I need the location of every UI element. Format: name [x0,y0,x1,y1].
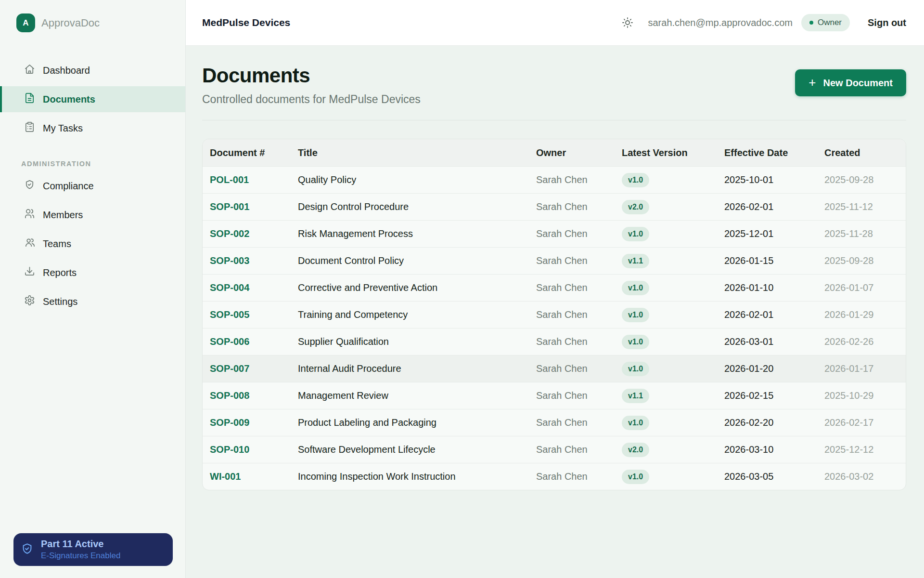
document-link[interactable]: SOP-002 [210,228,249,239]
role-badge: Owner [801,14,850,31]
brand-logo: A [16,13,35,32]
sidebar-item-documents[interactable]: Documents [0,86,185,112]
document-link[interactable]: SOP-004 [210,282,249,293]
table-row[interactable]: SOP-003 Document Control Policy Sarah Ch… [203,247,906,274]
home-icon [24,64,35,77]
version-badge: v1.0 [622,335,649,349]
document-icon [24,92,35,106]
table-row[interactable]: WI-001 Incoming Inspection Work Instruct… [203,463,906,490]
sidebar-nav: Dashboard Documents My Tasks [0,57,185,141]
sidebar-item-reports[interactable]: Reports [0,260,185,286]
version-badge: v1.0 [622,308,649,322]
shield-check-icon [24,179,35,193]
document-link[interactable]: SOP-005 [210,309,249,320]
document-link[interactable]: SOP-010 [210,444,249,455]
table-row[interactable]: SOP-010 Software Development Lifecycle S… [203,436,906,463]
version-badge: v2.0 [622,200,649,214]
document-link[interactable]: SOP-007 [210,363,249,374]
sidebar-item-label: Reports [43,267,77,278]
sidebar-item-label: Settings [43,296,77,307]
table-row[interactable]: SOP-002 Risk Management Process Sarah Ch… [203,220,906,247]
table-row[interactable]: SOP-006 Supplier Qualification Sarah Che… [203,328,906,355]
sidebar-item-members[interactable]: Members [0,202,185,228]
new-document-button[interactable]: + New Document [795,69,906,96]
table-row[interactable]: POL-001 Quality Policy Sarah Chen v1.0 2… [203,166,906,193]
page-subtitle: Controlled documents for MedPulse Device… [202,93,421,106]
sidebar-item-label: Documents [43,94,95,105]
document-link[interactable]: SOP-006 [210,336,249,347]
version-badge: v1.1 [622,254,649,268]
column-header-owner: Owner [529,139,615,166]
column-header-effective-date: Effective Date [717,139,817,166]
document-link[interactable]: POL-001 [210,174,249,185]
sidebar-item-compliance[interactable]: Compliance [0,173,185,199]
gear-icon [24,295,35,308]
role-badge-label: Owner [818,18,842,27]
teams-icon [24,237,35,250]
part11-badge-title: Part 11 Active [41,539,120,550]
document-link[interactable]: SOP-001 [210,201,249,212]
table-row[interactable]: SOP-001 Design Control Procedure Sarah C… [203,193,906,220]
sidebar-item-teams[interactable]: Teams [0,231,185,257]
version-badge: v1.0 [622,173,649,187]
part11-badge-subtitle: E-Signatures Enabled [41,551,120,561]
version-badge: v1.0 [622,470,649,484]
column-header-doc-number: Document # [203,139,291,166]
table-row[interactable]: SOP-005 Training and Competency Sarah Ch… [203,301,906,328]
column-header-created: Created [817,139,906,166]
document-link[interactable]: SOP-003 [210,255,249,266]
plus-icon: + [808,76,816,89]
column-header-title: Title [291,139,529,166]
table-row[interactable]: SOP-004 Corrective and Preventive Action… [203,274,906,301]
sidebar-item-dashboard[interactable]: Dashboard [0,57,185,83]
clipboard-icon [24,121,35,135]
document-link[interactable]: SOP-009 [210,417,249,428]
members-icon [24,208,35,222]
brand-name: ApprovaDoc [41,17,100,29]
sidebar: A ApprovaDoc Dashboard Documents My Task… [0,0,186,578]
table-row[interactable]: SOP-007 Internal Audit Procedure Sarah C… [203,355,906,382]
brand: A ApprovaDoc [0,0,185,32]
sidebar-item-label: Dashboard [43,65,90,76]
version-badge: v1.0 [622,281,649,295]
sidebar-admin-nav: Compliance Members Teams Reports Setting… [0,173,185,315]
document-link[interactable]: WI-001 [210,471,241,482]
sun-icon[interactable] [622,17,633,28]
document-link[interactable]: SOP-008 [210,390,249,401]
download-icon [24,266,35,279]
version-badge: v1.0 [622,416,649,430]
documents-page: Documents Controlled documents for MedPu… [186,46,924,578]
sidebar-section-administration: ADMINISTRATION [21,160,185,168]
sidebar-item-label: My Tasks [43,123,83,134]
header-divider [202,120,906,120]
sidebar-item-settings[interactable]: Settings [0,289,185,315]
version-badge: v1.1 [622,389,649,403]
version-badge: v1.0 [622,362,649,376]
workspace-name: MedPulse Devices [202,17,290,28]
part11-compliance-badge: Part 11 Active E-Signatures Enabled [13,533,173,566]
role-status-dot [809,21,813,25]
user-email: sarah.chen@mp.approvadoc.com [648,17,792,28]
column-header-version: Latest Version [615,139,717,166]
version-badge: v1.0 [622,227,649,241]
shield-check-icon [21,542,34,557]
table-row[interactable]: SOP-009 Product Labeling and Packaging S… [203,409,906,436]
sidebar-item-label: Compliance [43,181,94,192]
sidebar-item-label: Teams [43,238,71,250]
topbar: MedPulse Devices sarah.chen@mp.approvado… [186,0,924,46]
table-row[interactable]: SOP-008 Management Review Sarah Chen v1.… [203,382,906,409]
version-badge: v2.0 [622,443,649,457]
sign-out-button[interactable]: Sign out [868,17,906,28]
documents-table: Document # Title Owner Latest Version Ef… [202,139,906,490]
table-header-row: Document # Title Owner Latest Version Ef… [203,139,906,166]
sidebar-item-label: Members [43,210,83,221]
page-title: Documents [202,64,421,87]
sidebar-item-my-tasks[interactable]: My Tasks [0,115,185,141]
